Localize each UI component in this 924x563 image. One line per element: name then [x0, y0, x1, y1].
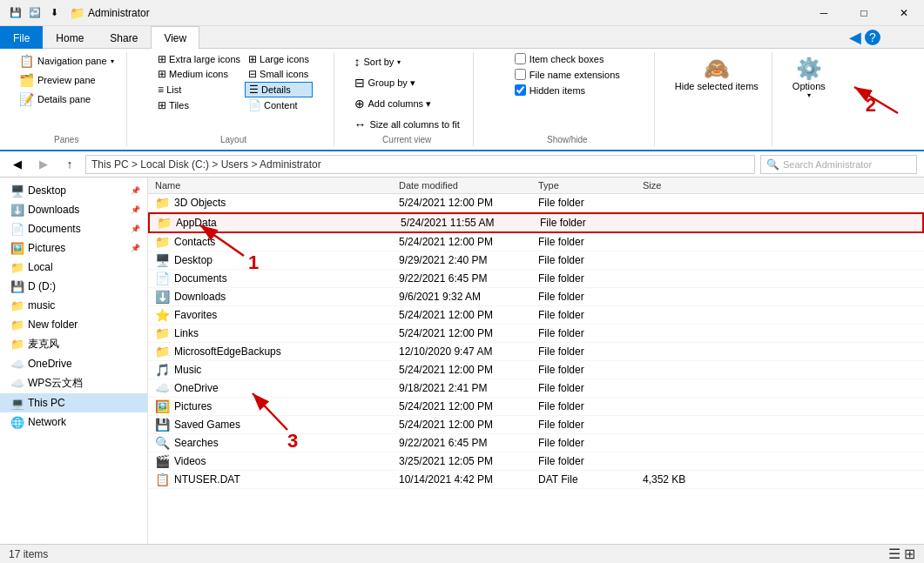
content-icon: 📄: [248, 99, 261, 111]
sidebar-item-pictures[interactable]: 🖼️ Pictures 📌: [0, 238, 147, 258]
table-row[interactable]: 📁 Links 5/24/2021 12:00 PM File folder: [148, 325, 924, 343]
table-row[interactable]: 🎬 Videos 3/25/2021 12:05 PM File folder: [148, 452, 924, 471]
list-button[interactable]: ≡ List: [154, 82, 244, 97]
group-by-button[interactable]: ⊟ Group by ▾: [348, 73, 422, 92]
sidebar-item-desktop[interactable]: 🖥️ Desktop 📌: [0, 181, 147, 200]
large-view-btn[interactable]: ⊞: [904, 546, 915, 562]
table-row[interactable]: 📄 Documents 9/22/2021 6:45 PM File folde…: [148, 270, 924, 288]
qa-btn-3[interactable]: ⬇: [45, 4, 63, 22]
nav-pane-label: Navigation pane: [37, 56, 107, 66]
file-date: 5/24/2021 12:00 PM: [399, 309, 538, 321]
pictures-pin: 📌: [131, 244, 140, 252]
quick-access-toolbar[interactable]: 💾 ↩️ ⬇: [7, 4, 63, 22]
downloads-pin: 📌: [131, 205, 140, 214]
hide-selected-button[interactable]: 🙈 Hide selected items: [669, 52, 765, 97]
up-button[interactable]: ↑: [59, 154, 80, 175]
options-button[interactable]: ⚙️ Options ▾: [786, 52, 832, 104]
file-date: 3/25/2021 12:05 PM: [399, 455, 538, 467]
window-controls[interactable]: ─ □ ✕: [804, 0, 924, 26]
help-icon[interactable]: ?: [865, 30, 880, 45]
qa-btn-2[interactable]: ↩️: [26, 4, 44, 22]
currentview-group-label: Current view: [382, 135, 431, 144]
details-button[interactable]: ☰ Details: [245, 82, 313, 97]
maximize-button[interactable]: □: [844, 0, 884, 26]
back-button[interactable]: ◀: [7, 154, 28, 175]
preview-pane-button[interactable]: 🗂️ Preview pane: [14, 71, 101, 89]
forward-button[interactable]: ▶: [33, 154, 54, 175]
sidebar-item-network[interactable]: 🌐 Network: [0, 412, 147, 432]
large-icons-icon: ⊞: [248, 53, 257, 65]
table-row[interactable]: 🖥️ Desktop 9/29/2021 2:40 PM File folder: [148, 251, 924, 270]
tab-home[interactable]: Home: [43, 26, 97, 49]
close-button[interactable]: ✕: [884, 0, 924, 26]
table-row[interactable]: ⬇️ Downloads 9/6/2021 9:32 AM File folde…: [148, 288, 924, 306]
sidebar-item-newfolder[interactable]: 📁 New folder: [0, 315, 147, 334]
content-button[interactable]: 📄 Content: [245, 98, 313, 112]
sidebar-item-thispc[interactable]: 💻 This PC: [0, 393, 147, 412]
table-row[interactable]: 📋 NTUSER.DAT 10/14/2021 4:42 PM DAT File…: [148, 471, 924, 489]
details-label: Details: [261, 84, 291, 95]
address-path-text: This PC > Local Disk (C:) > Users > Admi…: [91, 158, 321, 171]
table-row[interactable]: ☁️ OneDrive 9/18/2021 2:41 PM File folde…: [148, 379, 924, 398]
col-date[interactable]: Date modified: [399, 180, 538, 191]
search-box[interactable]: 🔍 Search Administrator: [760, 155, 917, 174]
table-row[interactable]: 📁 3D Objects 5/24/2021 12:00 PM File fol…: [148, 194, 924, 212]
sidebar-item-maike[interactable]: 📁 麦克风: [0, 334, 147, 354]
tab-share[interactable]: Share: [97, 26, 151, 49]
newfolder-icon: 📁: [10, 318, 24, 332]
tab-file[interactable]: File: [0, 26, 43, 49]
add-columns-button[interactable]: ⊕ Add columns ▾: [348, 94, 438, 113]
table-row[interactable]: 📁 MicrosoftEdgeBackups 12/10/2020 9:47 A…: [148, 343, 924, 361]
col-size[interactable]: Size: [643, 180, 712, 191]
file-extensions-checkbox[interactable]: [515, 69, 526, 80]
col-type[interactable]: Type: [538, 180, 643, 191]
nav-pane-button[interactable]: 📋 Navigation pane ▾: [14, 52, 119, 70]
tab-view[interactable]: View: [151, 26, 199, 49]
add-columns-label: Add columns ▾: [368, 98, 432, 110]
file-type: File folder: [538, 272, 643, 285]
sidebar: 🖥️ Desktop 📌 ⬇️ Downloads 📌 📄 Documents …: [0, 178, 148, 563]
table-row[interactable]: 🖼️ Pictures 5/24/2021 12:00 PM File fold…: [148, 398, 924, 416]
table-row[interactable]: ⭐ Favorites 5/24/2021 12:00 PM File fold…: [148, 306, 924, 325]
details-view-btn[interactable]: ☰: [888, 546, 900, 562]
address-path[interactable]: This PC > Local Disk (C:) > Users > Admi…: [85, 155, 755, 174]
small-icons-button[interactable]: ⊟ Small icons: [245, 67, 313, 81]
sidebar-item-onedrive[interactable]: ☁️ OneDrive: [0, 354, 147, 373]
hidden-items-checkbox[interactable]: [515, 84, 526, 96]
file-name-cell: ⬇️ Downloads: [155, 290, 399, 304]
medium-icons-button[interactable]: ⊞ Medium icons: [154, 67, 244, 81]
table-row[interactable]: 🔍 Searches 9/22/2021 6:45 PM File folder: [148, 434, 924, 452]
tiles-button[interactable]: ⊞ Tiles: [154, 98, 244, 112]
extra-large-label: Extra large icons: [169, 54, 240, 64]
sidebar-item-wps[interactable]: ☁️ WPS云文档: [0, 373, 147, 393]
sidebar-item-local[interactable]: 📁 Local: [0, 258, 147, 277]
sidebar-item-music[interactable]: 📁 music: [0, 296, 147, 315]
minimize-button[interactable]: ─: [804, 0, 844, 26]
file-date: 10/14/2021 4:42 PM: [399, 473, 538, 486]
sort-by-button[interactable]: ↕ Sort by ▾: [348, 52, 408, 71]
col-name[interactable]: Name: [155, 180, 399, 191]
sidebar-item-documents[interactable]: 📄 Documents 📌: [0, 219, 147, 238]
large-icons-button[interactable]: ⊞ Large icons: [245, 52, 313, 66]
table-row[interactable]: 📁 AppData 5/24/2021 11:55 AM File folder: [148, 212, 924, 233]
table-row[interactable]: 🎵 Music 5/24/2021 12:00 PM File folder: [148, 361, 924, 379]
extra-large-icons-button[interactable]: ⊞ Extra large icons: [154, 52, 244, 66]
qa-btn-1[interactable]: 💾: [7, 4, 24, 22]
sidebar-item-d[interactable]: 💾 D (D:): [0, 277, 147, 296]
details-pane-button[interactable]: 📝 Details pane: [14, 90, 96, 108]
file-type-icon: 🎵: [155, 363, 169, 377]
size-columns-button[interactable]: ↔ Size all columns to fit: [348, 115, 466, 134]
table-row[interactable]: 📁 Contacts 5/24/2021 12:00 PM File folde…: [148, 233, 924, 251]
file-date: 9/18/2021 2:41 PM: [399, 382, 538, 394]
options-label: Options: [792, 81, 826, 91]
sidebar-item-downloads[interactable]: ⬇️ Downloads 📌: [0, 200, 147, 219]
sidebar-label-onedrive: OneDrive: [28, 358, 72, 370]
back-nav-icon[interactable]: ◀: [849, 28, 861, 47]
file-type: File folder: [538, 309, 643, 321]
documents-pin: 📌: [131, 225, 140, 233]
table-row[interactable]: 💾 Saved Games 5/24/2021 12:00 PM File fo…: [148, 416, 924, 434]
status-count: 17 items: [9, 548, 48, 560]
file-rows-container: 📁 3D Objects 5/24/2021 12:00 PM File fol…: [148, 194, 924, 489]
file-name-cell: 📁 Contacts: [155, 235, 399, 249]
item-checkboxes-checkbox[interactable]: [515, 53, 526, 64]
